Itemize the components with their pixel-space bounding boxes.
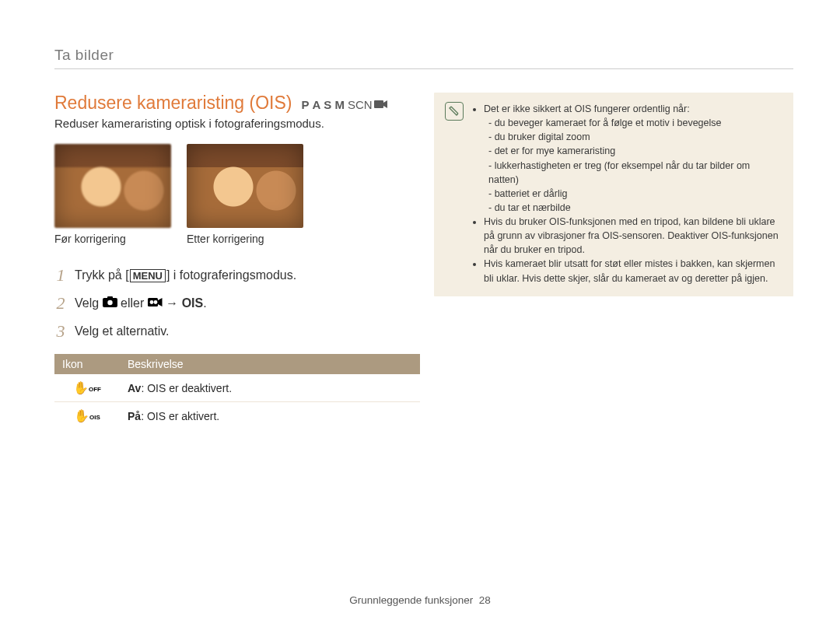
steps-list: 1 Trykk på [MENU] i fotograferingsmodus.… — [54, 265, 420, 342]
svg-point-3 — [107, 300, 112, 305]
th-desc: Beskrivelse — [120, 354, 420, 374]
mode-p: P — [302, 98, 311, 111]
ois-on-icon: ✋OIS — [54, 402, 120, 430]
svg-rect-2 — [107, 296, 113, 299]
breadcrumb: Ta bilder — [54, 47, 793, 64]
step-1: 1 Trykk på [MENU] i fotograferingsmodus. — [54, 265, 420, 285]
photo-after — [187, 144, 303, 228]
note-sub-item: batteriet er dårlig — [488, 187, 782, 201]
table-row: ✋OIS På: OIS er aktivert. — [54, 402, 420, 430]
note-box: Det er ikke sikkert at OIS fungerer orde… — [434, 93, 793, 296]
step-2-arrow: → — [166, 296, 181, 310]
svg-point-6 — [153, 300, 157, 304]
step-1-text-b: ] i fotograferingsmodus. — [166, 268, 296, 282]
row-label: Av — [128, 382, 141, 394]
note-sub-item: det er for mye kameraristing — [488, 144, 782, 158]
row-text: : OIS er aktivert. — [141, 410, 219, 422]
mode-a: A — [313, 98, 323, 111]
camera-icon — [103, 296, 121, 310]
menu-button-label: MENU — [130, 269, 166, 282]
note-icon — [445, 102, 464, 121]
svg-point-5 — [149, 300, 153, 304]
right-column: Det er ikke sikkert at OIS fungerer orde… — [434, 93, 793, 296]
rule — [54, 68, 793, 69]
photo-captions: Før korrigering Etter korrigering — [54, 233, 420, 245]
page-title: Redusere kameraristing (OIS) — [54, 93, 292, 114]
caption-after: Etter korrigering — [187, 233, 303, 245]
mode-s: S — [324, 98, 333, 111]
th-icon: Ikon — [54, 354, 120, 374]
step-2-text-b: eller — [121, 296, 148, 310]
mode-scn: SCN — [348, 98, 373, 111]
note-sub-item: du bruker digital zoom — [488, 130, 782, 144]
mode-m: M — [334, 98, 346, 111]
step-number: 1 — [54, 265, 67, 285]
mode-icons: P A S M SCN — [302, 98, 388, 111]
page-root: Ta bilder Redusere kameraristing (OIS) P… — [0, 0, 840, 634]
step-number: 2 — [54, 293, 67, 313]
step-3: 3 Velg et alternativ. — [54, 321, 420, 342]
footer-section: Grunnleggende funksjoner — [349, 594, 473, 606]
note-bullet-2: Hvis du bruker OIS-funksjonen med en tri… — [484, 215, 782, 257]
row-text: : OIS er deaktivert. — [141, 382, 232, 394]
step-number: 3 — [54, 321, 67, 342]
example-photos — [54, 144, 420, 228]
note-sub-item: du tar et nærbilde — [488, 201, 782, 215]
note-bullet-3: Hvis kameraet blir utsatt for støt eller… — [484, 257, 782, 285]
step-3-text: Velg et alternativ. — [75, 324, 170, 338]
left-column: Redusere kameraristing (OIS) P A S M SCN… — [54, 93, 420, 429]
step-2-ois: OIS — [182, 296, 204, 310]
footer: Grunnleggende funksjoner 28 — [0, 594, 840, 606]
row-label: På — [128, 410, 141, 422]
videocam-icon — [374, 98, 388, 111]
caption-before: Før korrigering — [54, 233, 171, 245]
step-2-text-e: . — [203, 296, 206, 310]
columns: Redusere kameraristing (OIS) P A S M SCN… — [54, 93, 793, 429]
table-row: ✋OFF Av: OIS er deaktivert. — [54, 374, 420, 402]
svg-point-7 — [457, 114, 458, 115]
title-line: Redusere kameraristing (OIS) P A S M SCN — [54, 93, 420, 114]
page-number: 28 — [479, 594, 491, 606]
ois-off-icon: ✋OFF — [54, 374, 120, 402]
note-sub-item: du beveger kameraet for å følge et motiv… — [488, 116, 782, 130]
step-2-text-a: Velg — [75, 296, 103, 310]
step-1-text-a: Trykk på [ — [75, 268, 129, 282]
note-intro: Det er ikke sikkert at OIS fungerer orde… — [484, 102, 782, 215]
photo-before — [54, 144, 171, 228]
options-table: Ikon Beskrivelse ✋OFF Av: OIS er deaktiv… — [54, 354, 420, 429]
subtitle: Reduser kameraristing optisk i fotografe… — [54, 117, 420, 130]
note-sub-item: lukkerhastigheten er treg (for eksempel … — [488, 159, 782, 187]
step-2: 2 Velg eller → OIS. — [54, 293, 420, 313]
note-list: Det er ikke sikkert at OIS fungerer orde… — [471, 102, 782, 285]
svg-rect-0 — [374, 100, 383, 108]
videocam-icon — [148, 296, 166, 310]
